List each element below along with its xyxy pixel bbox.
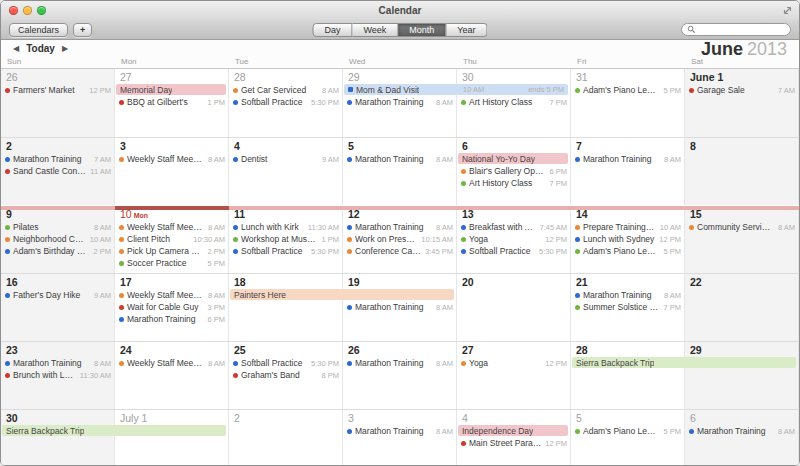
day-cell-20[interactable]: 20 [457,274,571,341]
event[interactable]: Yoga12 PM [461,233,567,245]
day-cell-14[interactable]: 14Prepare Training Plan10 AMLunch with S… [571,206,685,273]
day-cell-24[interactable]: 24Weekly Staff Meeting8 AM [115,342,229,409]
day-cell-5[interactable]: 5Adam's Piano Lesson5 PM [571,410,685,465]
day-cell-6[interactable]: 6Blair's Gallery Opening6 PMArt History … [457,138,571,205]
calendars-button[interactable]: Calendars [9,23,68,37]
next-month-button[interactable]: ▶ [62,44,68,53]
event[interactable]: Art History Class7 PM [461,96,567,108]
event[interactable]: Softball Practice5:30 PM [461,245,567,257]
event[interactable]: Neighborhood Council10 AM [5,233,111,245]
event[interactable]: Lunch with Kirk11:30 AM [233,221,339,233]
event[interactable]: Workshop at Museum1 PM [233,233,339,245]
view-tab-month[interactable]: Month [398,23,446,37]
search-input[interactable] [699,25,785,35]
day-cell-27[interactable]: 27Yoga12 PM [457,342,571,409]
day-cell-6[interactable]: 6Marathon Training8 AM [685,410,799,465]
day-cell-27[interactable]: 27BBQ at Gilbert's1 PM [115,69,229,137]
all-day-event-banner[interactable]: Independence Day [458,425,568,436]
day-cell-17[interactable]: 17Weekly Staff Meeting8 AMWait for Cable… [115,274,229,341]
event[interactable]: Sand Castle Contest11 AM [5,165,111,177]
day-cell-21[interactable]: 21Marathon Training8 AMSummer Solstice P… [571,274,685,341]
day-cell-18[interactable]: 18 [229,274,343,341]
event[interactable]: Adam's Piano Lesson5 PM [575,245,681,257]
day-cell-19[interactable]: 19Marathon Training8 AM [343,274,457,341]
title-bar[interactable]: Calendar [1,1,799,20]
event[interactable]: Soccer Practice5 PM [119,257,225,269]
close-button[interactable] [9,6,18,15]
event[interactable]: Lunch with Sydney12 PM [575,233,681,245]
day-cell-june-1[interactable]: June 1Garage Sale7 AM [685,69,799,137]
today-button[interactable]: Today [26,43,55,54]
event[interactable]: Softball Practice5:30 PM [233,245,339,257]
minimize-button[interactable] [23,6,32,15]
event[interactable]: Main Street Parade12 PM [461,437,567,449]
day-cell-11[interactable]: 11Lunch with Kirk11:30 AMWorkshop at Mus… [229,206,343,273]
event[interactable]: Conference Call with Hi…3:45 PM [347,245,453,257]
event[interactable]: Breakfast with Andrew7:45 AM [461,221,567,233]
day-cell-2[interactable]: 2 [229,410,343,465]
event[interactable]: Marathon Training7 AM [5,153,111,165]
day-cell-30[interactable]: 30Art History Class7 PM [457,69,571,137]
event[interactable]: Pick Up Camera Rental2 PM [119,245,225,257]
day-cell-25[interactable]: 25Softball Practice5:30 PMGraham's Band8… [229,342,343,409]
day-cell-july-1[interactable]: July 1 [115,410,229,465]
event[interactable]: Farmers' Market12 PM [5,84,111,96]
day-cell-26[interactable]: 26Farmers' Market12 PM [1,69,115,137]
event[interactable]: Marathon Training8 AM [347,96,453,108]
event[interactable]: Adam's Piano Lesson5 PM [575,84,681,96]
event[interactable]: Client Pitch10:30 AM [119,233,225,245]
day-cell-28[interactable]: 28Get Car Serviced8 AMSoftball Practice5… [229,69,343,137]
event[interactable]: Softball Practice5:30 PM [233,357,339,369]
all-day-event-banner[interactable]: Memorial Day [116,84,226,95]
day-cell-7[interactable]: 7Marathon Training8 AM [571,138,685,205]
event[interactable]: Marathon Training8 AM [347,425,453,437]
event[interactable]: Marathon Training8 AM [347,153,453,165]
event[interactable]: Garage Sale7 AM [689,84,795,96]
event[interactable]: Summer Solstice Party7 PM [575,301,681,313]
day-cell-5[interactable]: 5Marathon Training8 AM [343,138,457,205]
day-cell-29[interactable]: 29 [685,342,799,409]
view-tab-year[interactable]: Year [446,23,487,37]
day-cell-15[interactable]: 15Community Service Event8 AM [685,206,799,273]
event[interactable]: Father's Day Hike9 AM [5,289,111,301]
event[interactable]: Weekly Staff Meeting8 AM [119,221,225,233]
event[interactable]: Brunch with Lockharts11:30 AM [5,369,111,381]
zoom-button[interactable] [37,6,46,15]
day-cell-3[interactable]: 3Weekly Staff Meeting8 AM [115,138,229,205]
event[interactable]: Blair's Gallery Opening6 PM [461,165,567,177]
day-cell-26[interactable]: 26Marathon Training8 AM [343,342,457,409]
event[interactable]: Work on Presentation f…10:15 AM [347,233,453,245]
search-field[interactable] [681,23,791,36]
day-cell-9[interactable]: 9Pilates8 AMNeighborhood Council10 AMAda… [1,206,115,273]
all-day-event-banner[interactable]: Sierra Backpack Trip [572,357,796,368]
event[interactable]: Marathon Training8 AM [347,357,453,369]
event[interactable]: Community Service Event8 AM [689,221,795,233]
day-cell-8[interactable]: 8 [685,138,799,205]
event[interactable]: Softball Practice5:30 PM [233,96,339,108]
event[interactable]: Marathon Training8 AM [689,425,795,437]
day-cell-30[interactable]: 30 [1,410,115,465]
event[interactable]: Wait for Cable Guy3 PM [119,301,225,313]
day-cell-4[interactable]: 4Main Street Parade12 PM [457,410,571,465]
event[interactable]: Weekly Staff Meeting8 AM [119,153,225,165]
day-cell-12[interactable]: 12Marathon Training8 AMWork on Presentat… [343,206,457,273]
event[interactable]: Marathon Training8 AM [347,221,453,233]
all-day-event-banner[interactable]: Sierra Backpack Trip [2,425,226,436]
day-cell-29[interactable]: 29Marathon Training8 AM [343,69,457,137]
day-cell-23[interactable]: 23Marathon Training8 AMBrunch with Lockh… [1,342,115,409]
event[interactable]: Weekly Staff Meeting8 AM [119,357,225,369]
event[interactable]: Prepare Training Plan10 AM [575,221,681,233]
event[interactable]: Marathon Training8 AM [575,289,681,301]
event[interactable]: Art History Class7 PM [461,177,567,189]
event[interactable]: Dentist9 AM [233,153,339,165]
event[interactable]: Marathon Training8 AM [5,357,111,369]
all-day-event-banner[interactable]: National Yo-Yo Day [458,153,568,164]
event[interactable]: Yoga12 PM [461,357,567,369]
day-cell-31[interactable]: 31Adam's Piano Lesson5 PM [571,69,685,137]
all-day-event-banner[interactable]: Painters Here [230,289,454,300]
view-tab-week[interactable]: Week [352,23,398,37]
event[interactable]: Weekly Staff Meeting8 AM [119,289,225,301]
event[interactable]: Graham's Band8 PM [233,369,339,381]
event[interactable]: Marathon Training8 AM [575,153,681,165]
fullscreen-icon[interactable] [782,5,793,16]
